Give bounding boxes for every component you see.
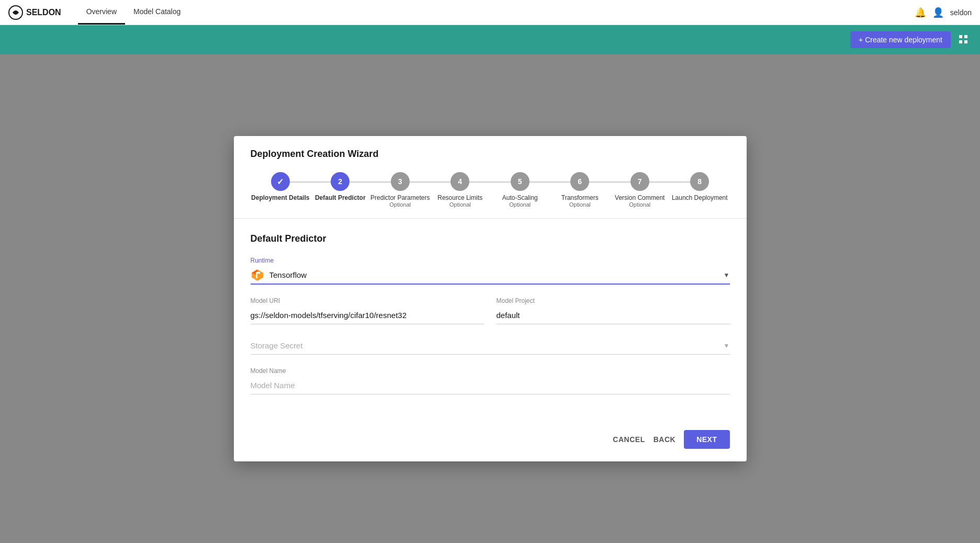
step-circle-6: 6 xyxy=(570,172,589,191)
step-sublabel-4: Optional xyxy=(449,201,471,208)
nav-overview[interactable]: Overview xyxy=(78,0,125,25)
step-5: 5 Auto-Scaling Optional xyxy=(490,172,550,208)
step-sublabel-6: Optional xyxy=(569,201,591,208)
next-button[interactable]: NEXT xyxy=(684,430,729,449)
create-deployment-button[interactable]: + Create new deployment xyxy=(850,31,951,48)
storage-secret-select[interactable]: Storage Secret xyxy=(251,337,724,354)
step-circle-8: 8 xyxy=(690,172,709,191)
page-background: Deployment Creation Wizard ✓ Deployment … xyxy=(0,54,980,543)
runtime-select[interactable]: Tensorflow xyxy=(269,266,724,284)
modal-footer: CANCEL BACK NEXT xyxy=(234,422,747,461)
model-name-label: Model Name xyxy=(251,367,730,375)
step-label-8: Launch Deployment xyxy=(672,194,728,201)
step-circle-5: 5 xyxy=(511,172,530,191)
nav-user: seldon xyxy=(950,8,972,17)
notification-icon[interactable]: 🔔 xyxy=(915,7,926,18)
step-2-number: 2 xyxy=(338,177,342,186)
logo: SELDON xyxy=(8,5,61,20)
storage-secret-wrapper: Storage Secret ▼ xyxy=(251,337,730,355)
grid-view-button[interactable] xyxy=(955,31,972,49)
svg-rect-4 xyxy=(964,40,967,43)
step-label-4: Resource Limits xyxy=(437,194,482,201)
step-8-number: 8 xyxy=(697,177,702,186)
model-project-col: Model Project xyxy=(497,297,730,324)
svg-rect-3 xyxy=(959,40,962,43)
deployment-creation-modal: Deployment Creation Wizard ✓ Deployment … xyxy=(234,136,747,461)
step-label-5: Auto-Scaling xyxy=(502,194,538,201)
navbar: SELDON Overview Model Catalog 🔔 👤 seldon xyxy=(0,0,980,25)
logo-text: SELDON xyxy=(26,8,61,17)
step-1: ✓ Deployment Details xyxy=(251,172,311,201)
step-3-number: 3 xyxy=(398,177,402,186)
step-circle-1: ✓ xyxy=(271,172,290,191)
step-6: 6 Transformers Optional xyxy=(550,172,610,208)
teal-banner: + Create new deployment xyxy=(0,25,980,54)
step-4-number: 4 xyxy=(458,177,462,186)
model-uri-label: Model URI xyxy=(251,297,484,304)
step-sublabel-3: Optional xyxy=(389,201,411,208)
step-sublabel-7: Optional xyxy=(629,201,650,208)
model-project-label: Model Project xyxy=(497,297,730,304)
step-2: 2 Default Predictor xyxy=(310,172,370,201)
step-circle-4: 4 xyxy=(450,172,469,191)
step-4: 4 Resource Limits Optional xyxy=(430,172,490,208)
svg-rect-2 xyxy=(964,35,967,38)
step-7-number: 7 xyxy=(638,177,642,186)
modal-body: Default Predictor Runtime Tensorflow ▼ xyxy=(234,219,747,422)
step-circle-7: 7 xyxy=(630,172,649,191)
create-deployment-label: + Create new deployment xyxy=(859,36,942,44)
stepper: ✓ Deployment Details 2 Default Predictor xyxy=(251,172,730,218)
step-label-1: Deployment Details xyxy=(251,194,309,201)
step-circle-2: 2 xyxy=(331,172,350,191)
step-label-3: Predictor Parameters xyxy=(370,194,430,201)
step-label-7: Version Comment xyxy=(615,194,664,201)
nav-links: Overview Model Catalog xyxy=(78,0,189,25)
user-label: seldon xyxy=(950,8,972,17)
model-project-input[interactable] xyxy=(497,307,730,324)
step-6-number: 6 xyxy=(578,177,582,186)
nav-right: 🔔 👤 seldon xyxy=(915,7,972,18)
step-8: 8 Launch Deployment xyxy=(670,172,730,201)
step-5-number: 5 xyxy=(518,177,522,186)
storage-secret-field-group: Storage Secret ▼ xyxy=(251,337,730,355)
grid-icon xyxy=(958,34,968,44)
chevron-down-icon: ▼ xyxy=(724,272,730,279)
model-name-field-group: Model Name xyxy=(251,367,730,394)
model-name-input[interactable] xyxy=(251,377,730,394)
tensorflow-icon xyxy=(251,268,264,282)
seldon-logo-icon xyxy=(8,5,23,20)
svg-rect-8 xyxy=(256,272,260,274)
section-title: Default Predictor xyxy=(251,233,730,244)
step-7: 7 Version Comment Optional xyxy=(610,172,670,208)
modal-header: Deployment Creation Wizard ✓ Deployment … xyxy=(234,136,747,219)
model-uri-project-row: Model URI Model Project xyxy=(251,297,730,324)
check-icon: ✓ xyxy=(277,177,284,187)
step-circle-3: 3 xyxy=(391,172,410,191)
svg-rect-1 xyxy=(959,35,962,38)
runtime-label: Runtime xyxy=(251,257,730,264)
model-uri-input[interactable] xyxy=(251,307,484,324)
step-sublabel-5: Optional xyxy=(509,201,531,208)
storage-chevron-icon: ▼ xyxy=(724,342,730,349)
modal-title: Deployment Creation Wizard xyxy=(251,149,730,160)
step-label-6: Transformers xyxy=(561,194,599,201)
step-label-2: Default Predictor xyxy=(315,194,366,201)
runtime-select-wrapper: Tensorflow ▼ xyxy=(251,266,730,285)
nav-model-catalog[interactable]: Model Catalog xyxy=(125,0,189,25)
step-3: 3 Predictor Parameters Optional xyxy=(370,172,431,208)
avatar-icon[interactable]: 👤 xyxy=(932,7,944,18)
runtime-field-group: Runtime Tensorflow ▼ xyxy=(251,257,730,285)
back-button[interactable]: BACK xyxy=(654,435,675,444)
cancel-button[interactable]: CANCEL xyxy=(613,435,645,444)
model-uri-col: Model URI xyxy=(251,297,484,324)
